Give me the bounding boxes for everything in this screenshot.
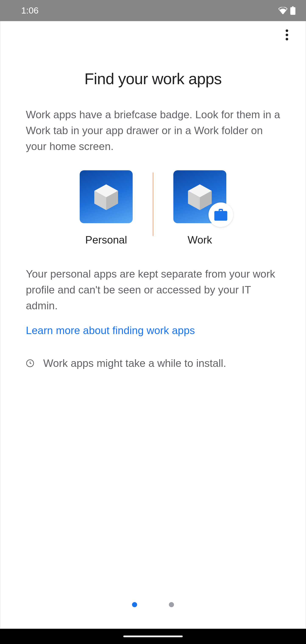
more-vert-icon — [285, 30, 288, 40]
cube-icon — [91, 182, 121, 212]
overflow-menu-button[interactable] — [282, 30, 292, 40]
top-bar — [1, 21, 305, 49]
personal-label: Personal — [85, 234, 127, 246]
page-dot-1[interactable] — [132, 602, 137, 607]
nav-bar — [0, 629, 306, 644]
svg-rect-0 — [292, 6, 294, 7]
svg-point-2 — [286, 30, 288, 32]
apps-row: Personal — [26, 170, 280, 246]
page-description: Work apps have a briefcase badge. Look f… — [26, 107, 280, 154]
content: Find your work apps Work apps have a bri… — [1, 49, 305, 628]
clock-icon — [26, 359, 34, 368]
status-bar: 1:06 — [0, 0, 306, 21]
personal-app-icon — [80, 170, 133, 223]
status-time: 1:06 — [21, 6, 39, 16]
personal-app-icon-wrap — [80, 170, 133, 223]
install-note-text: Work apps might take a while to install. — [43, 356, 226, 371]
cube-icon — [185, 182, 215, 212]
work-label: Work — [188, 234, 212, 246]
page-indicator — [26, 602, 280, 628]
page-dot-2[interactable] — [169, 602, 174, 607]
battery-icon — [290, 6, 295, 15]
svg-rect-1 — [290, 7, 295, 15]
svg-point-4 — [286, 38, 288, 40]
install-note-row: Work apps might take a while to install. — [26, 356, 280, 371]
briefcase-icon — [214, 209, 227, 221]
status-icons — [278, 6, 295, 15]
work-app-item: Work — [160, 170, 240, 246]
briefcase-badge — [209, 202, 233, 227]
work-app-icon-wrap — [173, 170, 226, 223]
svg-point-3 — [286, 34, 288, 36]
wifi-icon — [278, 7, 287, 14]
personal-app-item: Personal — [66, 170, 146, 246]
privacy-subtext: Your personal apps are kept separate fro… — [26, 266, 280, 314]
nav-handle[interactable] — [123, 636, 183, 637]
learn-more-link[interactable]: Learn more about finding work apps — [26, 324, 280, 336]
divider — [153, 172, 153, 236]
page-title: Find your work apps — [26, 70, 280, 88]
app-area: Find your work apps Work apps have a bri… — [0, 21, 306, 629]
